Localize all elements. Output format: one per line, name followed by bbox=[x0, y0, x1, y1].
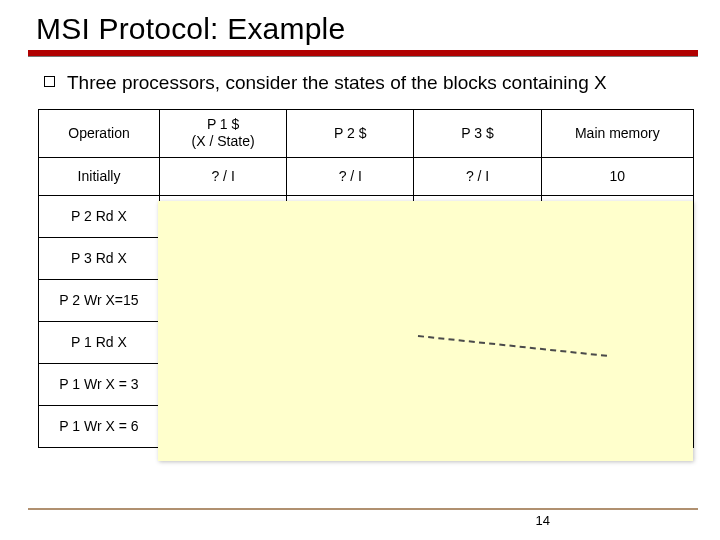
header-mm: Main memory bbox=[541, 109, 693, 157]
square-bullet-icon bbox=[44, 76, 55, 87]
slide: MSI Protocol: Example Three processors, … bbox=[0, 0, 720, 540]
cell-op: P 1 Wr X = 3 bbox=[39, 363, 160, 405]
cell-p3: ? / I bbox=[414, 157, 541, 195]
page-title: MSI Protocol: Example bbox=[36, 12, 692, 46]
header-p1-line1: P 1 $ bbox=[207, 116, 239, 132]
cell-op: P 1 Rd X bbox=[39, 321, 160, 363]
cell-p2: ? / I bbox=[287, 157, 414, 195]
cell-op: P 3 Rd X bbox=[39, 237, 160, 279]
table-container: Operation P 1 $ (X / State) P 2 $ P 3 $ … bbox=[38, 109, 690, 448]
header-p1-line2: (X / State) bbox=[192, 133, 255, 149]
header-p2: P 2 $ bbox=[287, 109, 414, 157]
header-p3: P 3 $ bbox=[414, 109, 541, 157]
page-number: 14 bbox=[536, 513, 550, 528]
cell-p1: ? / I bbox=[159, 157, 286, 195]
table-header-row: Operation P 1 $ (X / State) P 2 $ P 3 $ … bbox=[39, 109, 694, 157]
cell-op: P 2 Rd X bbox=[39, 195, 160, 237]
bullet-text: Three processors, consider the states of… bbox=[67, 71, 607, 95]
cell-op: Initially bbox=[39, 157, 160, 195]
cell-op: P 2 Wr X=15 bbox=[39, 279, 160, 321]
table-row: Initially ? / I ? / I ? / I 10 bbox=[39, 157, 694, 195]
hidden-cells-overlay bbox=[158, 201, 693, 461]
bullet-item: Three processors, consider the states of… bbox=[44, 71, 692, 95]
footer-rule bbox=[28, 508, 698, 510]
header-p1: P 1 $ (X / State) bbox=[159, 109, 286, 157]
title-subrule bbox=[28, 56, 698, 57]
header-operation: Operation bbox=[39, 109, 160, 157]
cell-op: P 1 Wr X = 6 bbox=[39, 405, 160, 447]
cell-mm: 10 bbox=[541, 157, 693, 195]
